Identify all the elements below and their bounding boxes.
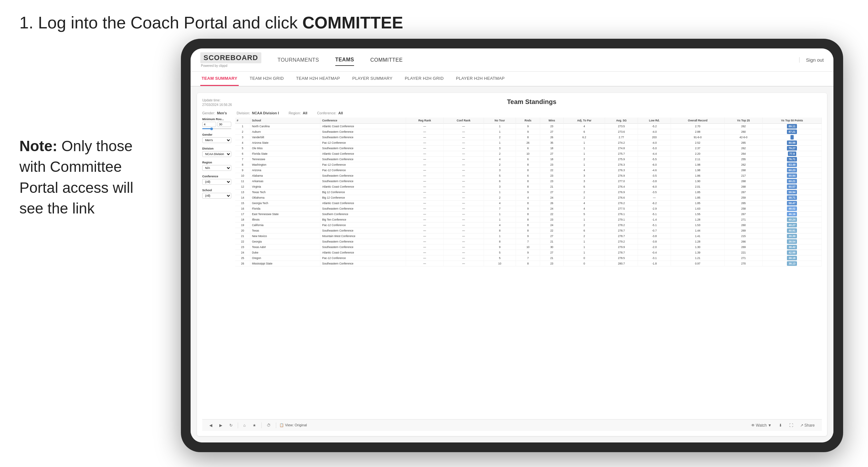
view-original-label[interactable]: 📋 View: Original xyxy=(279,423,307,427)
table-cell: -0.7 xyxy=(638,228,671,234)
table-cell: 274.2 xyxy=(605,140,638,146)
table-cell: 1 xyxy=(484,212,516,217)
toolbar-sep1 xyxy=(238,423,238,428)
table-cell: 9 xyxy=(516,190,540,195)
table-cell: 269 xyxy=(724,228,763,234)
toolbar-back[interactable]: ◀ xyxy=(207,423,214,428)
table-cell: 6 xyxy=(484,179,516,184)
nav-teams[interactable]: TEAMS xyxy=(335,54,354,66)
update-time-label: Update time: xyxy=(202,98,221,102)
table-cell: 1.86 xyxy=(671,173,724,179)
table-cell: 8 xyxy=(516,261,540,267)
table-cell: 7 xyxy=(484,206,516,212)
subnav-player-h2h-heatmap[interactable]: PLAYER H2H HEATMAP xyxy=(455,72,506,86)
table-cell: East Tennessee State xyxy=(250,212,320,217)
table-cell: 4 xyxy=(563,206,605,212)
table-cell: 5 xyxy=(484,250,516,255)
nav-tournaments[interactable]: TOURNAMENTS xyxy=(278,55,319,66)
gender-select[interactable]: Men's xyxy=(202,137,231,143)
col-rnds: Rnds xyxy=(516,118,540,124)
table-cell: Florida State xyxy=(250,151,320,157)
subnav-player-summary[interactable]: PLAYER SUMMARY xyxy=(351,72,394,86)
school-select[interactable]: (All) xyxy=(202,193,231,198)
rounds-slider-thumb[interactable] xyxy=(210,128,213,130)
region-control-group: Region N/A xyxy=(202,161,231,171)
table-cell: 27 xyxy=(540,234,564,239)
nav-committee[interactable]: COMMITTEE xyxy=(370,55,403,66)
table-cell: Tennessee xyxy=(250,157,320,162)
table-cell: 1.21 xyxy=(671,255,724,261)
subnav-player-h2h-grid[interactable]: PLAYER H2H GRID xyxy=(403,72,445,86)
table-cell: 1.28 xyxy=(671,239,724,245)
subnav-team-summary[interactable]: TEAM SUMMARY xyxy=(200,72,239,86)
table-cell: 8 xyxy=(235,162,250,167)
share-button[interactable]: ↗ Share xyxy=(798,423,817,428)
table-row: 11ArkansasSoutheastern Conference——68233… xyxy=(235,179,822,184)
table-cell: — xyxy=(443,173,484,179)
table-cell: — xyxy=(443,195,484,200)
table-header-row: # School Conference Reg Rank Conf Rank N… xyxy=(235,118,822,124)
region-select[interactable]: N/A xyxy=(202,165,231,171)
table-cell: — xyxy=(443,157,484,162)
toolbar-bookmark[interactable]: ★ xyxy=(251,423,258,428)
table-cell: -4.6 xyxy=(638,167,671,173)
table-cell: — xyxy=(443,179,484,184)
fullscreen-button[interactable]: ⛶ xyxy=(787,423,795,428)
table-row: 20TexasSoutheastern Conference——88226278… xyxy=(235,228,822,234)
table-cell: 2 xyxy=(484,195,516,200)
table-cell: 276.4 xyxy=(605,184,638,190)
table-cell: 4 xyxy=(484,222,516,228)
table-cell: 1.28 xyxy=(671,217,724,222)
table-cell: 22 xyxy=(540,167,564,173)
table-row: 24DukeAtlantic Coast Conference——5927127… xyxy=(235,250,822,255)
min-rounds-min-input[interactable] xyxy=(202,122,216,127)
rounds-slider-track[interactable] xyxy=(202,128,231,129)
sign-out-button[interactable]: Sign out xyxy=(799,57,824,63)
table-cell: 8 xyxy=(516,179,540,184)
download-button[interactable]: ⬇ xyxy=(777,423,784,428)
col-school: School xyxy=(250,118,320,124)
subnav-team-h2h-grid[interactable]: TEAM H2H GRID xyxy=(248,72,285,86)
col-no-tour: No Tour xyxy=(484,118,516,124)
table-row: 13Texas TechBig 12 Conference——19272276.… xyxy=(235,190,822,195)
table-cell: 2.37 xyxy=(671,146,724,151)
conference-select[interactable]: (All) xyxy=(202,179,231,185)
table-cell: — xyxy=(406,245,443,250)
table-cell: -3.1 xyxy=(638,255,671,261)
toolbar-clock[interactable]: ⏱ xyxy=(265,423,273,428)
toolbar-reload[interactable]: ↻ xyxy=(227,423,235,428)
col-low-rd: Low Rd. xyxy=(638,118,671,124)
division-select[interactable]: NCAA Division I xyxy=(202,151,231,157)
filter-conference: Conference: All xyxy=(317,111,343,115)
table-cell: 279.9 xyxy=(605,245,638,250)
table-cell: 270 xyxy=(724,261,763,267)
table-cell: 8 xyxy=(516,184,540,190)
table-cell: Atlantic Coast Conference xyxy=(320,250,406,255)
table-cell: — xyxy=(443,255,484,261)
toolbar-forward[interactable]: ▶ xyxy=(217,423,224,428)
table-cell: 38.13 xyxy=(763,261,822,267)
division-label: Division: xyxy=(237,111,250,115)
toolbar-sep3 xyxy=(276,423,276,428)
subnav-team-h2h-heatmap[interactable]: TEAM H2H HEATMAP xyxy=(294,72,341,86)
table-cell: Southeastern Conference xyxy=(320,245,406,250)
table-row: 16FloridaSoutheastern Conference——792442… xyxy=(235,206,822,212)
note-bold: Note: xyxy=(20,137,58,154)
toolbar-home[interactable]: ⌂ xyxy=(241,423,247,428)
min-rounds-group: Minimum Rou... xyxy=(202,118,231,129)
table-cell: — xyxy=(406,250,443,255)
table-cell: 1.41 xyxy=(671,234,724,239)
table-cell: Oklahoma xyxy=(250,195,320,200)
table-cell: -5.5 xyxy=(638,157,671,162)
table-cell: 30 xyxy=(540,245,564,250)
table-cell: — xyxy=(443,212,484,217)
table-row: 17East Tennessee StateSouthern Conferenc… xyxy=(235,212,822,217)
table-cell: 2 xyxy=(563,157,605,162)
table-cell xyxy=(763,135,822,140)
min-rounds-max-input[interactable] xyxy=(217,122,231,127)
table-row: 4Arizona StatePac-12 Conference——1263512… xyxy=(235,140,822,146)
watch-button[interactable]: 👁 Watch ▼ xyxy=(749,423,774,428)
col-vs-top25: Vs Top 25 xyxy=(724,118,763,124)
table-cell: Pac-12 Conference xyxy=(320,222,406,228)
region-control-label: Region xyxy=(202,161,231,164)
